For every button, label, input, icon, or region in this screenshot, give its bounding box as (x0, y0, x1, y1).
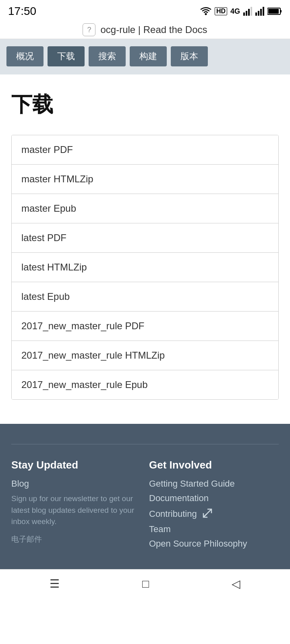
download-item-2017-htmlzip[interactable]: 2017_new_master_rule HTMLZip (12, 341, 278, 370)
footer: Stay Updated Blog Sign up for our newsle… (0, 424, 290, 569)
get-involved-heading: Get Involved (149, 459, 279, 471)
address-bar: ? ocg-rule | Read the Docs (0, 21, 290, 39)
getting-started-link[interactable]: Getting Started Guide (149, 479, 279, 489)
nav-area: 概况 下载 搜索 构建 版本 (0, 39, 290, 74)
footer-stay-updated: Stay Updated Blog Sign up for our newsle… (11, 459, 141, 553)
status-time: 17:50 (8, 5, 36, 18)
signal-bars-icon (243, 7, 252, 16)
contributing-label: Contributing (149, 509, 197, 519)
back-button[interactable]: ◁ (232, 577, 240, 590)
status-icons: HD 4G (200, 7, 282, 16)
open-source-link[interactable]: Open Source Philosophy (149, 539, 279, 549)
footer-columns: Stay Updated Blog Sign up for our newsle… (11, 459, 279, 553)
svg-rect-11 (268, 9, 279, 14)
svg-rect-7 (260, 9, 262, 16)
stay-updated-heading: Stay Updated (11, 459, 141, 471)
newsletter-description: Sign up for our newsletter to get our la… (11, 493, 141, 528)
bottom-bar: ☰ □ ◁ (0, 569, 290, 598)
nav-tabs: 概况 下载 搜索 构建 版本 (6, 46, 284, 66)
tab-search[interactable]: 搜索 (89, 46, 126, 66)
svg-rect-8 (263, 7, 264, 16)
svg-rect-6 (258, 11, 259, 16)
blog-link[interactable]: Blog (11, 479, 141, 489)
tab-version[interactable]: 版本 (171, 46, 208, 66)
status-bar: 17:50 HD 4G (0, 0, 290, 21)
page-title: 下载 (11, 91, 279, 119)
download-item-latest-pdf[interactable]: latest PDF (12, 223, 278, 253)
download-item-master-htmlzip[interactable]: master HTMLZip (12, 165, 278, 194)
svg-rect-10 (280, 10, 282, 12)
svg-rect-3 (248, 9, 250, 16)
download-list: master PDF master HTMLZip master Epub la… (11, 135, 279, 400)
tab-build[interactable]: 构建 (130, 46, 167, 66)
signal-bars2-icon (255, 7, 264, 16)
battery-icon (267, 7, 282, 16)
home-button[interactable]: □ (142, 578, 149, 590)
download-item-2017-epub[interactable]: 2017_new_master_rule Epub (12, 370, 278, 399)
team-link[interactable]: Team (149, 524, 279, 535)
svg-rect-2 (246, 11, 247, 16)
download-item-latest-epub[interactable]: latest Epub (12, 282, 278, 312)
external-link-icon (203, 508, 213, 520)
menu-button[interactable]: ☰ (50, 577, 60, 590)
download-item-master-pdf[interactable]: master PDF (12, 135, 278, 165)
download-item-master-epub[interactable]: master Epub (12, 194, 278, 223)
signal-4g-icon: 4G (230, 7, 240, 16)
svg-rect-4 (251, 7, 252, 16)
tab-overview[interactable]: 概况 (6, 46, 44, 66)
svg-rect-1 (243, 12, 245, 16)
documentation-link[interactable]: Documentation (149, 493, 279, 504)
wifi-icon (200, 7, 211, 16)
hd-icon: HD (215, 7, 227, 15)
tab-download[interactable]: 下载 (48, 46, 85, 66)
svg-point-0 (205, 13, 207, 15)
help-icon: ? (83, 23, 95, 36)
contributing-link[interactable]: Contributing (149, 508, 279, 520)
download-item-latest-htmlzip[interactable]: latest HTMLZip (12, 253, 278, 282)
svg-rect-5 (255, 12, 257, 16)
footer-divider (11, 444, 279, 444)
download-item-2017-pdf[interactable]: 2017_new_master_rule PDF (12, 312, 278, 341)
email-label: 电子邮件 (11, 535, 42, 543)
address-text: ocg-rule | Read the Docs (100, 24, 207, 35)
main-content: 下载 master PDF master HTMLZip master Epub… (0, 74, 290, 424)
footer-get-involved: Get Involved Getting Started Guide Docum… (149, 459, 279, 553)
